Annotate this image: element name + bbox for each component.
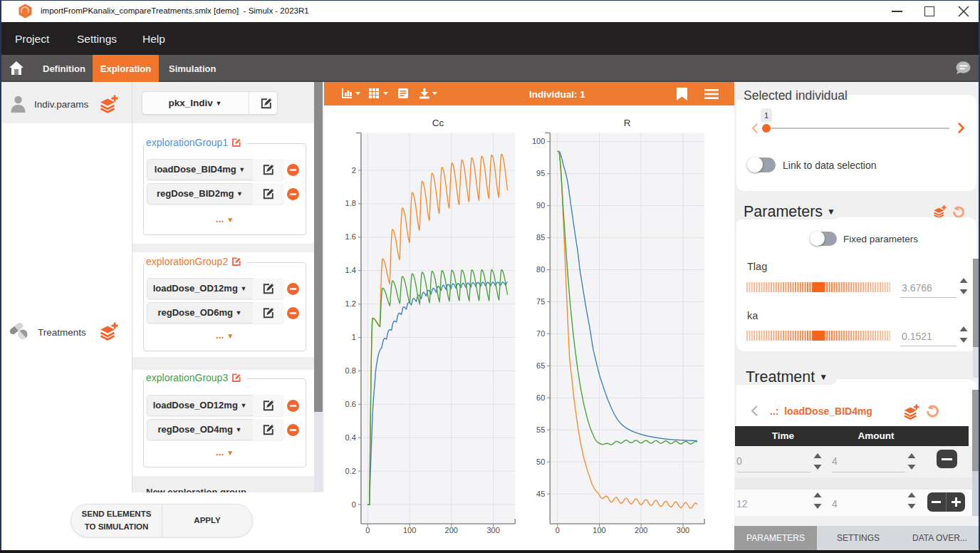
svg-text:80: 80 [536,265,545,274]
svg-text:0.2: 0.2 [345,467,356,475]
svg-text:0: 0 [365,526,370,534]
svg-text:0.6: 0.6 [345,400,356,408]
svg-text:0: 0 [352,500,356,509]
svg-text:1.8: 1.8 [345,199,356,207]
svg-text:200: 200 [445,526,458,534]
svg-text:R: R [624,118,631,128]
svg-text:90: 90 [536,201,545,210]
svg-text:2: 2 [352,166,356,175]
svg-text:0.8: 0.8 [345,366,356,375]
svg-text:65: 65 [536,361,545,370]
svg-text:Cc: Cc [432,118,444,128]
svg-text:85: 85 [536,233,545,242]
svg-text:1.2: 1.2 [345,299,356,308]
svg-text:70: 70 [536,329,545,338]
svg-text:1.6: 1.6 [345,232,356,241]
svg-text:60: 60 [536,393,545,402]
svg-text:1: 1 [352,333,356,341]
svg-text:95: 95 [536,169,545,177]
svg-text:75: 75 [536,297,545,306]
svg-text:50: 50 [536,458,545,466]
svg-text:300: 300 [486,526,499,534]
svg-text:300: 300 [677,526,689,534]
svg-text:100: 100 [593,526,605,534]
svg-text:0.4: 0.4 [345,433,356,442]
svg-text:1.4: 1.4 [345,266,356,274]
svg-text:200: 200 [635,526,647,534]
svg-text:0: 0 [556,526,560,534]
svg-text:55: 55 [536,425,545,434]
svg-text:100: 100 [403,526,416,534]
svg-text:100: 100 [532,137,545,145]
svg-text:45: 45 [536,490,545,498]
